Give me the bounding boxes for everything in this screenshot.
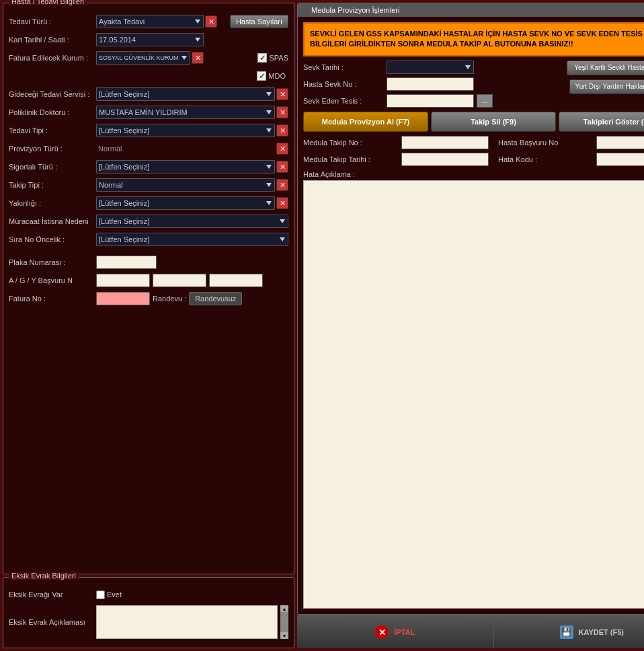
hasta-sayilari-btn[interactable]: Hasta Sayıları: [230, 15, 288, 28]
takip-tipi-clear-btn[interactable]: ✕: [276, 179, 288, 191]
medula-takip-tarihi-input[interactable]: [401, 153, 489, 166]
kart-tarihi-row: Kart Tarihi / Saati : 17.05.2014: [9, 32, 288, 47]
muracaat-istisna-select[interactable]: [Lütfen Seçiniz]: [96, 215, 288, 228]
medula-takip-no-input[interactable]: [401, 136, 489, 149]
evet-checkbox-label[interactable]: Evet: [96, 590, 122, 599]
hata-aciklama-section: Hata Açıklama : ▲ ▼: [303, 170, 644, 609]
muracaat-istisna-label: Müracaat İstisna Nedeni: [9, 217, 96, 225]
agv-input1[interactable]: [96, 274, 150, 287]
tedavi-turu-label: Tedavi Türü :: [9, 17, 96, 26]
sevk-tarihi-label: Sevk Tarihi :: [303, 63, 384, 71]
yakinligi-row: Yakınlığı : [Lütfen Seçiniz] ✕: [9, 196, 288, 210]
hasta-tedavi-panel: Hasta / Tedavi Bilgileri Tedavi Türü : A…: [3, 3, 294, 574]
hasta-sevk-no-input[interactable]: [387, 77, 474, 91]
hata-aciklama-textarea[interactable]: [303, 180, 644, 609]
tedavi-tipi-row: Tedavi Tipi : [Lütfen Seçiniz] ✕: [9, 123, 288, 138]
muracaat-istisna-row: Müracaat İstisna Nedeni [Lütfen Seçiniz]: [9, 214, 288, 229]
medula-title: Medula Provizyon İşlemleri: [305, 5, 406, 15]
eksik-evrak-panel: Eksik Evrak Bilgileri Eksik Evrağı Var E…: [3, 577, 294, 648]
evet-checkbox[interactable]: [96, 590, 105, 599]
fatura-kurum-row: Fatura Edilecek Kurum : SOSYAL GÜVENLİK …: [9, 50, 288, 65]
tedavi-turu-row: Tedavi Türü : Ayakta Tedavi ✕ Hasta Sayı…: [9, 14, 288, 29]
fatura-no-input[interactable]: [96, 292, 150, 305]
medula-takip-no-label: Medula Takip No :: [303, 139, 397, 147]
fatura-kurum-select[interactable]: SOSYAL GÜVENLİK KURUMU (SGK): [96, 51, 190, 65]
eksik-evragi-row: Eksik Evrağı Var Evet: [9, 587, 288, 602]
provizyon-turu-clear-btn[interactable]: ✕: [276, 143, 288, 155]
yurt-disi-btn[interactable]: Yurt Dışı Yardım Haklarını Sorgula: [569, 79, 644, 94]
mdo-checkbox[interactable]: ✓: [257, 71, 266, 81]
eksik-aciklama-row: Eksik Evrak Açıklaması ▲ ▼: [9, 605, 288, 639]
tedavi-tipi-select[interactable]: [Lütfen Seçiniz]: [96, 124, 275, 137]
yakinligi-clear-btn[interactable]: ✕: [276, 197, 288, 209]
medula-panel: Medula Provizyon İşlemleri SEVKLİ GELEN …: [297, 3, 644, 615]
randevusuz-btn[interactable]: Randevusuz: [189, 292, 242, 305]
warning-text: SEVKLİ GELEN GSS KAPSAMINDAKİ HASTALAR İ…: [310, 30, 643, 48]
sevk-tarihi-select[interactable]: [387, 61, 474, 74]
sevk-tarihi-row: Sevk Tarihi :: [303, 61, 561, 74]
kaydet-label: KAYDET (F5): [579, 628, 624, 636]
kart-tarihi-select[interactable]: 17.05.2014: [96, 33, 204, 46]
sevk-eden-tesis-dots-btn[interactable]: ...: [477, 94, 493, 108]
sevk-eden-tesis-input[interactable]: [387, 94, 474, 108]
provizyon-turu-row: Provizyon Türü : Normal ✕: [9, 141, 288, 156]
iptal-icon: ✕: [375, 625, 389, 639]
tedavi-turu-select[interactable]: Ayakta Tedavi: [96, 15, 204, 28]
sigortali-turu-label: Sigortalı Türü :: [9, 163, 96, 171]
iptal-btn[interactable]: ✕ İPTAL: [297, 616, 494, 648]
sigortali-turu-select[interactable]: [Lütfen Seçiniz]: [96, 160, 275, 174]
bottom-bar: ✕ İPTAL 💾 KAYDET (F5): [297, 615, 644, 648]
hata-aciklama-label: Hata Açıklama :: [303, 170, 644, 178]
takipleri-goster-btn[interactable]: Takipleri Göster (F10): [559, 112, 644, 132]
kaydet-btn[interactable]: 💾 KAYDET (F5): [494, 616, 645, 648]
hasta-tedavi-title: Hasta / Tedavi Bilgileri: [9, 0, 87, 5]
mdo-checkbox-label[interactable]: ✓ MDÖ: [257, 71, 286, 81]
poliklinik-doktor-clear-btn[interactable]: ✕: [276, 106, 288, 118]
spas-label: SPAS: [269, 54, 288, 62]
poliklinik-doktor-row: Poliklinik Doktoru : MUSTAFA EMİN YILDIR…: [9, 105, 288, 120]
fatura-kurum-label: Fatura Edilecek Kurum :: [9, 54, 96, 62]
takip-tipi-label: Takip Tipi :: [9, 181, 96, 189]
randevu-label: Randevu :: [153, 295, 186, 303]
hata-kodu-input[interactable]: [596, 153, 644, 166]
yakinligi-select[interactable]: [Lütfen Seçiniz]: [96, 196, 275, 210]
medula-provizyon-btn[interactable]: Medula Provizyon Al (F7): [303, 112, 428, 132]
spas-mdo-row: ✓ MDÖ: [9, 69, 288, 83]
poliklinik-doktor-select[interactable]: MUSTAFA EMİN YILDIRIM: [96, 106, 275, 119]
medula-takip-no-row: Medula Takip No : Hasta Başvuru No: [303, 136, 644, 149]
tedavi-turu-clear-btn[interactable]: ✕: [205, 15, 217, 28]
takip-tipi-select[interactable]: Normal: [96, 178, 275, 192]
eksik-aciklama-textarea[interactable]: [96, 605, 278, 639]
evet-label: Evet: [107, 590, 122, 599]
hasta-basvuru-no-input[interactable]: [596, 136, 644, 149]
medula-takip-tarihi-label: Medula Takip Tarihi :: [303, 155, 397, 163]
takip-sil-btn[interactable]: Takip Sil (F9): [431, 112, 556, 132]
iptal-label: İPTAL: [394, 628, 415, 636]
hasta-basvuru-no-label: Hasta Başvuru No: [498, 139, 592, 147]
sira-no-label: Sıra No Öncelik :: [9, 235, 96, 243]
textarea-scroll-down[interactable]: ▼: [280, 632, 288, 639]
tedavi-tipi-label: Tedavi Tipi :: [9, 126, 96, 135]
agv-input3[interactable]: [209, 274, 263, 287]
yakinligi-label: Yakınlığı :: [9, 199, 96, 207]
agv-input2[interactable]: [153, 274, 206, 287]
gidecegi-tedavi-clear-btn[interactable]: ✕: [276, 88, 288, 100]
sira-no-select[interactable]: [Lütfen Seçiniz]: [96, 233, 288, 246]
warning-box: SEVKLİ GELEN GSS KAPSAMINDAKİ HASTALAR İ…: [303, 22, 644, 56]
eksik-aciklama-label: Eksik Evrak Açıklaması: [9, 618, 96, 626]
fatura-kurum-clear-btn[interactable]: ✕: [192, 52, 204, 64]
kaydet-icon: 💾: [560, 625, 573, 639]
textarea-scroll-up[interactable]: ▲: [280, 605, 288, 612]
spas-checkbox[interactable]: ✓: [257, 53, 267, 63]
hasta-sevk-no-label: Hasta Sevk No :: [303, 80, 384, 88]
fatura-no-row: Fatura No : Randevu : Randevusuz: [9, 291, 288, 306]
plaka-input[interactable]: [96, 256, 157, 269]
tedavi-tipi-clear-btn[interactable]: ✕: [276, 124, 288, 137]
hata-kodu-label: Hata Kodu :: [498, 155, 592, 163]
provizyon-turu-value: Normal: [96, 144, 275, 153]
fatura-no-label: Fatura No :: [9, 295, 96, 303]
spas-checkbox-label[interactable]: ✓ SPAS: [257, 53, 288, 63]
yesil-kartli-btn[interactable]: Yeşil Kartlı Sevkli Hasta Takibi Ara: [567, 61, 644, 75]
gidecegi-tedavi-select[interactable]: [Lütfen Seçiniz]: [96, 87, 275, 101]
sigortali-turu-clear-btn[interactable]: ✕: [276, 161, 288, 173]
